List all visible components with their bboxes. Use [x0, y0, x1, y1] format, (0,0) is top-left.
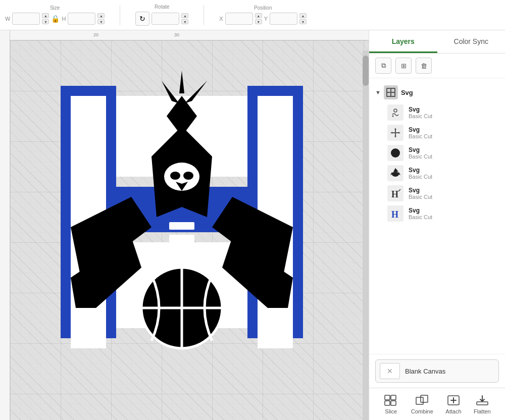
group-icon	[384, 85, 398, 99]
x-down-arrow[interactable]: ▼	[255, 19, 262, 24]
y-down-arrow[interactable]: ▼	[299, 19, 307, 24]
slice-button[interactable]: Slice	[378, 391, 403, 417]
combine-label: Combine	[411, 408, 433, 414]
attach-icon	[446, 394, 461, 406]
attach-button[interactable]: Attach	[440, 391, 466, 417]
svg-rect-46	[391, 401, 396, 405]
attach-svg-icon	[447, 395, 460, 406]
attach-label: Attach	[445, 408, 461, 414]
layer-group-header[interactable]: ▼ Svg	[369, 82, 505, 102]
layer-item[interactable]: H Svg Basic Cut	[369, 183, 505, 203]
panel-toolbar: ⧉ ⊞ 🗑	[369, 54, 505, 78]
flatten-svg-icon	[476, 395, 489, 406]
lock-icon: 🔒	[51, 15, 60, 23]
y-arrows: ▲ ▼	[299, 13, 307, 24]
svg-marker-32	[390, 132, 392, 134]
layer-info-2: Svg Basic Cut	[409, 126, 432, 139]
right-panel: Layers Color Sync ⧉ ⊞ 🗑 ▼ Svg	[369, 30, 505, 420]
vertical-scrollbar[interactable]	[363, 50, 369, 420]
svg-rect-45	[385, 401, 390, 405]
svg-text:H: H	[391, 209, 398, 220]
blank-canvas-item[interactable]: ✕ Blank Canvas	[375, 359, 499, 383]
scrollbar-thumb[interactable]	[363, 56, 369, 86]
layer-subname-6: Basic Cut	[409, 214, 432, 220]
y-label: Y	[264, 16, 268, 22]
canvas-grid[interactable]	[10, 40, 369, 420]
layer-icon-circle	[389, 147, 401, 159]
flatten-button[interactable]: Flatten	[469, 391, 496, 417]
height-up-arrow[interactable]: ▲	[97, 13, 105, 18]
rotate-up-arrow[interactable]: ▲	[181, 13, 188, 18]
layer-icon-h-blue: H	[389, 207, 401, 220]
layer-icon-h-dark: H	[389, 187, 401, 199]
slice-icon	[383, 394, 398, 406]
layer-thumb-2	[387, 125, 403, 141]
layer-item[interactable]: Svg Basic Cut	[369, 143, 505, 163]
layer-name-2: Svg	[409, 126, 432, 133]
layer-thumb-6: H	[387, 205, 403, 222]
y-input[interactable]	[270, 13, 297, 25]
rotate-icon-btn[interactable]: ↻	[135, 12, 149, 26]
layer-item[interactable]: Svg Basic Cut	[369, 163, 505, 183]
width-input[interactable]	[12, 13, 40, 25]
size-label: Size	[50, 5, 60, 11]
layer-thumb-3	[387, 145, 403, 161]
svg-rect-43	[385, 395, 390, 400]
bottom-toolbar: Slice Combine	[369, 388, 505, 420]
height-input[interactable]	[68, 13, 95, 25]
layer-subname-3: Basic Cut	[409, 153, 432, 160]
svg-marker-36	[394, 168, 398, 172]
layer-item[interactable]: H Svg Basic Cut	[369, 203, 505, 224]
svg-point-37	[392, 172, 399, 177]
svg-marker-10	[179, 71, 184, 93]
layer-subname-2: Basic Cut	[409, 133, 432, 139]
layer-thumb-5: H	[387, 185, 403, 201]
size-group: Size W ▲ ▼ 🔒 H ▲ ▼	[5, 5, 105, 25]
canvas-area[interactable]: 20 30	[0, 30, 369, 420]
flatten-icon	[475, 394, 490, 406]
tab-color-sync[interactable]: Color Sync	[437, 30, 506, 53]
layer-name-1: Svg	[409, 106, 432, 113]
layers-list: ▼ Svg	[369, 78, 505, 354]
layer-info-4: Svg Basic Cut	[409, 167, 432, 180]
layer-info-1: Svg Basic Cut	[409, 106, 432, 119]
width-up-arrow[interactable]: ▲	[42, 13, 49, 18]
width-down-arrow[interactable]: ▼	[42, 19, 49, 24]
height-down-arrow[interactable]: ▼	[97, 19, 105, 24]
width-arrows: ▲ ▼	[42, 13, 49, 24]
divider2	[204, 5, 204, 25]
artwork-svg	[50, 66, 313, 358]
layer-thumb-1	[387, 104, 403, 121]
x-up-arrow[interactable]: ▲	[255, 13, 262, 18]
rotate-down-arrow[interactable]: ▼	[181, 19, 188, 24]
svg-rect-18	[169, 235, 194, 242]
x-arrows: ▲ ▼	[255, 13, 262, 24]
combine-button[interactable]: Combine	[406, 391, 438, 417]
layer-name-4: Svg	[409, 167, 432, 174]
layer-subname-5: Basic Cut	[409, 194, 432, 200]
position-label: Position	[254, 5, 272, 11]
copy-layer-btn[interactable]: ⧉	[375, 58, 391, 74]
ruler-vertical	[0, 30, 10, 420]
blank-canvas-thumb: ✕	[380, 363, 400, 379]
layer-item[interactable]: Svg Basic Cut	[369, 123, 505, 143]
add-layer-btn[interactable]: ⊞	[395, 58, 412, 74]
flatten-label: Flatten	[474, 408, 491, 414]
artwork-container	[50, 66, 313, 358]
svg-point-27	[392, 116, 394, 117]
delete-layer-btn[interactable]: 🗑	[416, 58, 432, 74]
position-inputs: X ▲ ▼ Y ▲ ▼	[219, 13, 307, 25]
combine-svg-icon	[416, 395, 429, 406]
layer-thumb-4	[387, 165, 403, 181]
blank-canvas-symbol: ✕	[387, 367, 393, 375]
rotate-inputs: ↻ ▲ ▼	[135, 12, 188, 26]
y-up-arrow[interactable]: ▲	[299, 13, 307, 18]
h-label: H	[62, 16, 66, 22]
size-inputs: W ▲ ▼ 🔒 H ▲ ▼	[5, 13, 105, 25]
layer-subname-4: Basic Cut	[409, 174, 432, 180]
layer-icon-hawk	[389, 167, 401, 179]
x-input[interactable]	[225, 13, 253, 25]
rotate-input[interactable]	[152, 13, 179, 25]
tab-layers[interactable]: Layers	[369, 30, 437, 53]
layer-item[interactable]: Svg Basic Cut	[369, 102, 505, 123]
